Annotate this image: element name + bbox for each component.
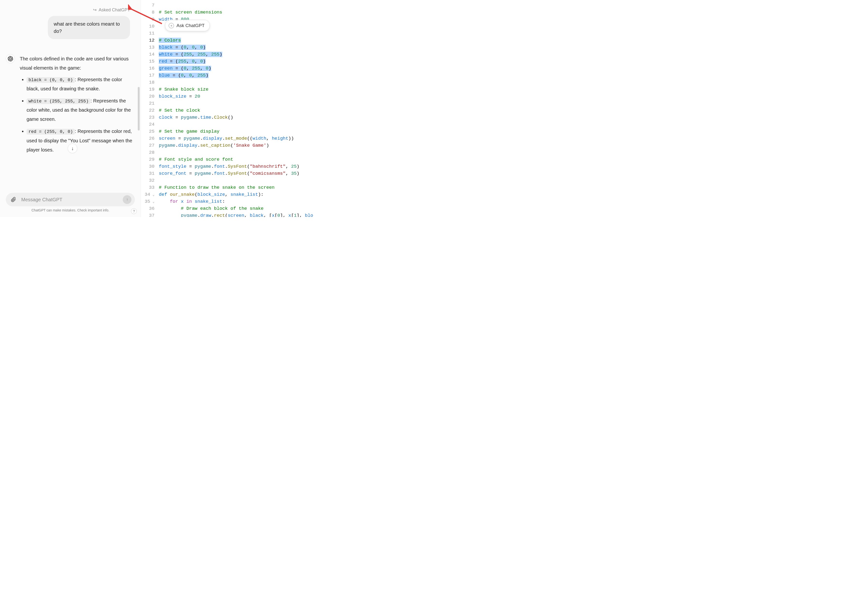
line-number[interactable]: 25 — [141, 128, 154, 135]
line-number[interactable]: 29 — [141, 156, 154, 163]
line-number[interactable]: 27 — [141, 142, 154, 149]
line-number[interactable]: 16 — [141, 65, 154, 72]
code-line[interactable] — [159, 121, 313, 128]
code-line[interactable]: pygame.draw.rect(screen, black, [x[0], x… — [159, 212, 313, 217]
code-line[interactable]: def our_snake(block_size, snake_list): — [159, 191, 313, 198]
code-line[interactable]: # Set screen dimensions — [159, 9, 313, 16]
code-content[interactable]: # Set screen dimensionswidth = 800# Colo… — [159, 0, 313, 217]
code-line[interactable]: # Set the clock — [159, 107, 313, 114]
code-line[interactable] — [159, 79, 313, 86]
assistant-avatar — [6, 54, 15, 63]
disclaimer-text: ChatGPT can make mistakes. Check importa… — [6, 206, 135, 215]
reply-arrow-icon: ↪ — [93, 7, 97, 13]
ask-chatgpt-popover[interactable]: + Ask ChatGPT — [165, 20, 210, 31]
arrow-down-icon: ↓ — [71, 146, 74, 151]
line-number[interactable]: 12 — [141, 37, 154, 44]
line-number-gutter[interactable]: 7891011121314151617181920212223242526272… — [141, 0, 159, 217]
ask-chatgpt-label: Ask ChatGPT — [176, 22, 204, 29]
asked-context-label: Asked ChatGPT — [99, 7, 130, 13]
code-line[interactable]: # Set the game display — [159, 128, 313, 135]
assistant-body: The colors defined in the code are used … — [20, 54, 133, 157]
code-snippet: white = (255, 255, 255) — [27, 98, 90, 104]
line-number[interactable]: 22 — [141, 107, 154, 114]
code-line[interactable]: screen = pygame.display.set_mode((width,… — [159, 135, 313, 142]
code-line[interactable]: # Draw each block of the snake — [159, 205, 313, 212]
code-snippet: red = (255, 0, 0) — [27, 129, 75, 134]
code-line[interactable]: white = (255, 255, 255) — [159, 51, 313, 58]
line-number[interactable]: 19 — [141, 86, 154, 93]
attach-button[interactable] — [9, 195, 18, 204]
list-item: black = (0, 0, 0): Represents the color … — [27, 75, 133, 93]
line-number[interactable]: 7 — [141, 2, 154, 9]
line-number[interactable]: 21 — [141, 100, 154, 107]
code-line[interactable] — [159, 100, 313, 107]
openai-logo-icon — [8, 56, 13, 61]
line-number[interactable]: 34⌄ — [141, 191, 154, 198]
line-number[interactable]: 26 — [141, 135, 154, 142]
composer-input[interactable] — [21, 197, 120, 202]
code-line[interactable]: # Colors — [159, 37, 313, 44]
code-line[interactable]: clock = pygame.time.Clock() — [159, 114, 313, 121]
code-line[interactable]: score_font = pygame.font.SysFont("comics… — [159, 170, 313, 177]
line-number[interactable]: 13 — [141, 44, 154, 51]
code-line[interactable]: blue = (0, 0, 255) — [159, 72, 313, 79]
line-number[interactable]: 9 — [141, 16, 154, 23]
assistant-intro: The colors defined in the code are used … — [20, 54, 133, 72]
line-number[interactable]: 31 — [141, 170, 154, 177]
line-number[interactable]: 15 — [141, 58, 154, 65]
scrollbar-thumb[interactable] — [138, 87, 140, 130]
line-number[interactable]: 35⌄ — [141, 198, 154, 205]
line-number[interactable]: 23 — [141, 114, 154, 121]
code-line[interactable]: red = (255, 0, 0) — [159, 58, 313, 65]
code-line[interactable]: # Font style and score font — [159, 156, 313, 163]
code-line[interactable] — [159, 149, 313, 156]
line-number[interactable]: 30 — [141, 163, 154, 170]
code-line[interactable]: pygame.display.set_caption('Snake Game') — [159, 142, 313, 149]
scroll-to-bottom-button[interactable]: ↓ — [68, 143, 77, 153]
plus-circle-icon: + — [169, 23, 174, 28]
chat-panel: ↪ Asked ChatGPT what are these colors me… — [0, 0, 141, 217]
code-line[interactable]: # Snake block size — [159, 86, 313, 93]
code-line[interactable]: # Function to draw the snake on the scre… — [159, 184, 313, 191]
code-line[interactable]: green = (0, 255, 0) — [159, 65, 313, 72]
send-button[interactable]: ↑ — [123, 195, 131, 204]
code-line[interactable]: block_size = 20 — [159, 93, 313, 100]
line-number[interactable]: 14 — [141, 51, 154, 58]
assistant-message: The colors defined in the code are used … — [6, 54, 135, 157]
line-number[interactable]: 32 — [141, 177, 154, 184]
line-number[interactable]: 24 — [141, 121, 154, 128]
code-line[interactable] — [159, 177, 313, 184]
line-number[interactable]: 28 — [141, 149, 154, 156]
code-line[interactable]: for x in snake_list: — [159, 198, 313, 205]
line-number[interactable]: 18 — [141, 79, 154, 86]
line-number[interactable]: 20 — [141, 93, 154, 100]
user-message-text: what are these colors meant to do? — [54, 21, 120, 34]
code-line[interactable]: font_style = pygame.font.SysFont("bahnsc… — [159, 163, 313, 170]
fold-chevron-icon[interactable]: ⌄ — [152, 191, 154, 198]
line-number[interactable]: 33 — [141, 184, 154, 191]
line-number[interactable]: 17 — [141, 72, 154, 79]
code-line[interactable] — [159, 2, 313, 9]
list-item: red = (255, 0, 0): Represents the color … — [27, 127, 133, 154]
composer-area: ↑ ChatGPT can make mistakes. Check impor… — [0, 189, 141, 217]
line-number[interactable]: 36 — [141, 205, 154, 212]
list-item: white = (255, 255, 255): Represents the … — [27, 96, 133, 124]
paperclip-icon — [11, 197, 16, 202]
line-number[interactable]: 37 — [141, 212, 154, 217]
chat-scroll-area[interactable]: ↪ Asked ChatGPT what are these colors me… — [0, 0, 141, 189]
code-editor[interactable]: + Ask ChatGPT 78910111213141516171819202… — [141, 0, 313, 217]
user-message-bubble: what are these colors meant to do? — [48, 16, 130, 39]
code-snippet: black = (0, 0, 0) — [27, 77, 75, 83]
line-number[interactable]: 8 — [141, 9, 154, 16]
composer: ↑ — [6, 193, 135, 206]
arrow-up-icon: ↑ — [126, 198, 128, 202]
fold-chevron-icon[interactable]: ⌄ — [152, 198, 154, 205]
assistant-bullet-list: black = (0, 0, 0): Represents the color … — [20, 75, 133, 154]
code-line[interactable]: black = (0, 0, 0) — [159, 44, 313, 51]
asked-context-row: ↪ Asked ChatGPT — [6, 7, 135, 13]
line-number[interactable]: 11 — [141, 30, 154, 37]
line-number[interactable]: 10 — [141, 23, 154, 30]
